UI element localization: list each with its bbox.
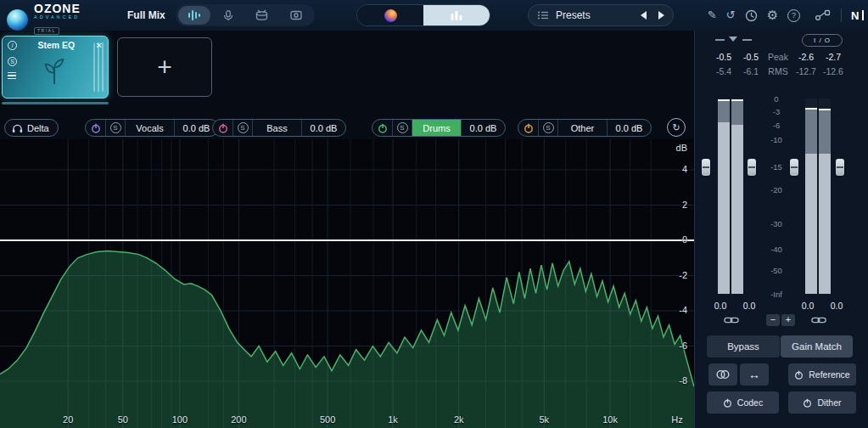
meter-scale-label: -20 <box>754 185 798 194</box>
dither-button[interactable]: Dither <box>788 391 856 414</box>
spectrum-analyzer[interactable]: dB420-2-4-6-820501002005001k2k5k10kHz <box>0 139 694 428</box>
module-solo-icon[interactable]: S <box>8 57 17 66</box>
stem-solo-button[interactable]: S <box>538 120 557 136</box>
module-drag-handle[interactable] <box>93 42 104 92</box>
zoom-out-button[interactable]: − <box>766 314 780 326</box>
presets-label[interactable]: Presets <box>556 9 634 21</box>
stem-strip-vocals: S Vocals 0.0 dB <box>85 119 219 137</box>
input-fader-left[interactable] <box>702 159 710 176</box>
freq-tick-label: 200 <box>231 414 246 425</box>
output-fader-left[interactable] <box>790 159 798 176</box>
solo-icon: S <box>110 122 121 133</box>
meter-dropdown-icon[interactable] <box>729 37 737 42</box>
preset-previous-button[interactable] <box>641 11 647 20</box>
stem-power-button[interactable] <box>86 120 105 136</box>
stem-gain-value[interactable]: 0.0 dB <box>607 120 651 136</box>
settings-gear-icon[interactable]: ⚙ <box>767 9 778 21</box>
stem-gain-value[interactable]: 0.0 dB <box>461 120 505 136</box>
stem-solo-button[interactable]: S <box>105 120 125 136</box>
spectrum-plot <box>0 139 694 428</box>
power-icon <box>91 123 101 133</box>
presets-control[interactable]: Presets <box>528 4 674 26</box>
view-toggle[interactable] <box>356 4 490 26</box>
stem-focus-drums-button[interactable] <box>246 6 278 25</box>
stem-focus-control[interactable] <box>176 4 315 26</box>
rms-out-left: -12.7 <box>791 66 821 76</box>
stem-gain-value[interactable]: 0.0 dB <box>301 120 345 136</box>
stem-power-button[interactable] <box>213 120 232 136</box>
edit-pencil-icon[interactable]: ✎ <box>708 9 717 21</box>
add-module-button[interactable]: + <box>117 37 212 97</box>
stem-focus-fullmix-button[interactable] <box>178 6 210 25</box>
freq-tick-label: 50 <box>118 414 128 425</box>
input-gain-left[interactable]: 0.0 <box>707 301 734 311</box>
level-meter-out-r <box>819 99 831 294</box>
bypass-button[interactable]: Bypass <box>707 335 780 358</box>
stereo-circles-icon <box>715 369 731 380</box>
meter-option-left-icon[interactable] <box>715 39 725 41</box>
stem-power-button[interactable] <box>518 120 538 136</box>
input-gain-right[interactable]: 0.0 <box>736 301 763 311</box>
stem-solo-button[interactable]: S <box>392 120 412 136</box>
meter-scale-label: -3 <box>754 107 798 116</box>
freq-tick-label: 2k <box>454 414 464 425</box>
module-menu-icon[interactable] <box>8 72 16 79</box>
rms-in-right: -6.1 <box>736 66 766 76</box>
level-meter-out-l <box>805 99 817 294</box>
stem-power-button[interactable] <box>372 120 392 136</box>
blocks-view-button[interactable] <box>423 5 490 25</box>
module-card-stem-eq[interactable]: i Stem EQ ✕ S <box>2 36 109 99</box>
drum-icon <box>255 9 269 21</box>
stereo-width-button[interactable]: ↔ <box>740 363 769 386</box>
output-fader-right[interactable] <box>836 159 844 176</box>
reference-label: Reference <box>809 369 849 380</box>
undo-icon[interactable]: ↺ <box>726 9 736 21</box>
module-info-icon[interactable]: i <box>8 41 17 50</box>
brand-block: OZONE ADVANCED TRIAL <box>7 3 81 36</box>
stem-name[interactable]: Vocals <box>125 120 174 136</box>
output-gain-right[interactable]: 0.0 <box>823 301 850 311</box>
freq-tick-label: 5k <box>539 414 549 425</box>
brand-name: OZONE <box>34 3 81 14</box>
detailed-view-button[interactable] <box>357 5 423 25</box>
meter-option-right-icon[interactable] <box>742 39 752 41</box>
mix-target-label[interactable]: Full Mix <box>127 9 165 21</box>
stem-solo-button[interactable]: S <box>232 120 252 136</box>
meter-scale-label: -30 <box>754 219 798 228</box>
io-toggle-button[interactable]: I / O <box>802 34 843 47</box>
preset-next-button[interactable] <box>658 11 664 20</box>
other-stem-icon <box>289 9 303 21</box>
rms-out-right: -12.6 <box>818 66 848 76</box>
codec-button[interactable]: Codec <box>707 391 779 414</box>
signal-chain-icon[interactable] <box>815 9 832 21</box>
stem-focus-vocals-button[interactable] <box>212 6 244 25</box>
meter-scale-label: -50 <box>754 266 798 275</box>
mid-side-button[interactable] <box>708 363 737 386</box>
preset-list-icon <box>537 10 549 20</box>
stem-name[interactable]: Other <box>557 120 607 136</box>
db-tick-label: -8 <box>662 375 687 386</box>
history-icon[interactable] <box>745 9 758 22</box>
stem-focus-other-button[interactable] <box>280 6 312 25</box>
output-link-icon[interactable] <box>811 316 826 324</box>
dither-power-icon <box>803 398 812 408</box>
input-fader-right[interactable] <box>748 159 756 176</box>
zoom-in-button[interactable]: + <box>781 314 795 326</box>
stem-strip-drums: S Drums 0.0 dB <box>372 119 506 137</box>
input-link-icon[interactable] <box>724 316 739 324</box>
stem-name[interactable]: Drums <box>412 120 461 136</box>
peak-in-left: -0.5 <box>708 52 739 62</box>
reference-button[interactable]: Reference <box>788 363 856 386</box>
output-gain-left[interactable]: 0.0 <box>794 301 821 311</box>
freq-tick-label: 500 <box>320 414 335 425</box>
stem-row: Delta S Vocals 0.0 dB S Bass 0.0 dB <box>0 118 694 139</box>
meter-scale-label: 0 <box>754 94 798 104</box>
delta-button[interactable]: Delta <box>4 119 59 137</box>
gain-match-button[interactable]: Gain Match <box>781 335 853 358</box>
peak-label: Peak <box>763 52 793 62</box>
stem-name[interactable]: Bass <box>252 120 301 136</box>
stem-rotate-button[interactable]: ↻ <box>667 118 686 137</box>
peak-out-right: -2.7 <box>818 52 848 62</box>
help-icon[interactable]: ? <box>787 9 800 22</box>
solo-icon: S <box>238 122 249 133</box>
